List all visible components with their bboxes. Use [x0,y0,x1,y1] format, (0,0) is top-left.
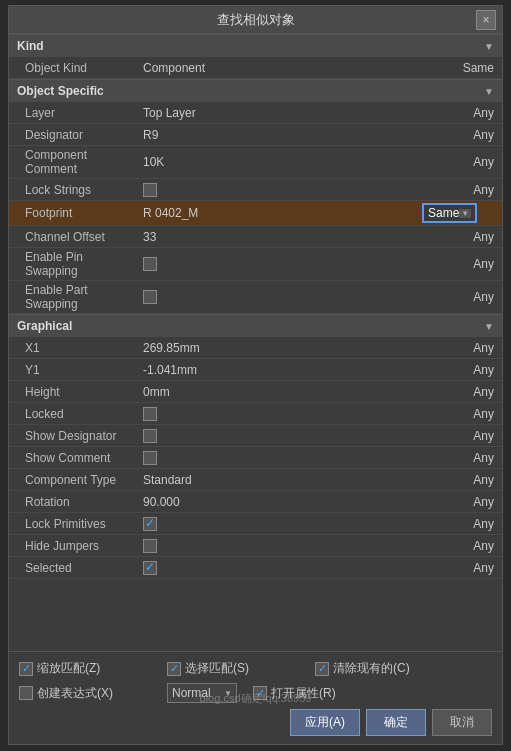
locked-value [139,406,422,421]
x1-label: X1 [9,341,139,355]
y1-match: Any [422,363,502,377]
zoom-match-check-icon [19,662,33,676]
footer-row-2: 创建表达式(X) Normal ▼ 打开属性(R) [19,683,492,703]
object-specific-label: Object Specific [17,84,104,98]
graphical-section-header: Graphical ▼ [9,314,502,337]
object-kind-label: Object Kind [9,61,139,75]
height-value: 0mm [139,385,422,399]
create-expression-label: 创建表达式(X) [37,685,113,702]
lock-strings-value [139,182,422,197]
enable-part-swapping-row: Enable Part Swapping Any [9,281,502,314]
show-comment-value [139,450,422,465]
footer-buttons: 应用(A) 确定 取消 [19,709,492,736]
show-comment-row: Show Comment Any [9,447,502,469]
x1-match: Any [422,341,502,355]
lock-strings-row: Lock Strings Any [9,179,502,201]
enable-pin-swapping-row: Enable Pin Swapping Any [9,248,502,281]
enable-part-swapping-checkbox[interactable] [143,290,157,304]
hide-jumpers-value [139,538,422,553]
show-designator-label: Show Designator [9,429,139,443]
component-type-label: Component Type [9,473,139,487]
channel-offset-value: 33 [139,230,422,244]
enable-pin-swapping-checkbox[interactable] [143,257,157,271]
lock-primitives-match: Any [422,517,502,531]
height-row: Height 0mm Any [9,381,502,403]
show-comment-match: Any [422,451,502,465]
close-button[interactable]: × [476,10,496,30]
footprint-row: Footprint R 0402_M Same ▼ [9,201,502,226]
y1-label: Y1 [9,363,139,377]
object-kind-match: Same [422,61,502,75]
designator-label: Designator [9,128,139,142]
zoom-match-checkbox[interactable]: 缩放匹配(Z) [19,660,159,677]
y1-value: -1.041mm [139,363,422,377]
select-match-checkbox[interactable]: 选择匹配(S) [167,660,307,677]
object-specific-header: Object Specific ▼ [9,79,502,102]
hide-jumpers-checkbox[interactable] [143,539,157,553]
component-type-row: Component Type Standard Any [9,469,502,491]
show-designator-row: Show Designator Any [9,425,502,447]
zoom-match-label: 缩放匹配(Z) [37,660,100,677]
component-comment-value: 10K [139,155,422,169]
normal-dropdown-arrow: ▼ [224,689,232,698]
footprint-match: Same ▼ [422,203,502,223]
lock-strings-checkbox[interactable] [143,183,157,197]
normal-dropdown[interactable]: Normal ▼ [167,683,237,703]
designator-row: Designator R9 Any [9,124,502,146]
show-comment-checkbox[interactable] [143,451,157,465]
locked-checkbox[interactable] [143,407,157,421]
show-designator-checkbox[interactable] [143,429,157,443]
designator-match: Any [422,128,502,142]
component-comment-row: Component Comment 10K Any [9,146,502,179]
create-expression-checkbox[interactable]: 创建表达式(X) [19,685,159,702]
channel-offset-label: Channel Offset [9,230,139,244]
lock-strings-match: Any [422,183,502,197]
footprint-dropdown-value: Same [428,206,459,220]
lock-primitives-checkbox[interactable] [143,517,157,531]
footprint-label: Footprint [9,206,139,220]
open-properties-label: 打开属性(R) [271,685,336,702]
object-kind-row: Object Kind Component Same [9,57,502,79]
lock-primitives-label: Lock Primitives [9,517,139,531]
selected-value [139,560,422,575]
layer-row: Layer Top Layer Any [9,102,502,124]
lock-strings-label: Lock Strings [9,183,139,197]
x1-value: 269.85mm [139,341,422,355]
rotation-value: 90.000 [139,495,422,509]
enable-part-swapping-match: Any [422,290,502,304]
footprint-dropdown-arrow: ▼ [459,209,471,218]
open-properties-check-icon [253,686,267,700]
locked-match: Any [422,407,502,421]
rotation-match: Any [422,495,502,509]
layer-match: Any [422,106,502,120]
locked-label: Locked [9,407,139,421]
clear-existing-label: 清除现有的(C) [333,660,410,677]
enable-pin-swapping-match: Any [422,257,502,271]
kind-label: Kind [17,39,44,53]
open-properties-checkbox[interactable]: 打开属性(R) [253,685,393,702]
clear-existing-checkbox[interactable]: 清除现有的(C) [315,660,455,677]
component-type-match: Any [422,473,502,487]
lock-primitives-row: Lock Primitives Any [9,513,502,535]
locked-row: Locked Any [9,403,502,425]
footprint-value: R 0402_M [139,206,422,220]
rotation-row: Rotation 90.000 Any [9,491,502,513]
normal-dropdown-value: Normal [172,686,211,700]
component-type-value: Standard [139,473,422,487]
component-comment-match: Any [422,155,502,169]
apply-button[interactable]: 应用(A) [290,709,360,736]
enable-part-swapping-value [139,290,422,305]
find-similar-dialog: 查找相似对象 × Kind ▼ Object Kind Component Sa… [8,5,503,745]
rotation-label: Rotation [9,495,139,509]
ok-button[interactable]: 确定 [366,709,426,736]
x1-row: X1 269.85mm Any [9,337,502,359]
cancel-button[interactable]: 取消 [432,709,492,736]
selected-checkbox[interactable] [143,561,157,575]
graphical-arrow: ▼ [484,321,494,332]
footprint-same-dropdown[interactable]: Same ▼ [422,203,477,223]
selected-match: Any [422,561,502,575]
layer-label: Layer [9,106,139,120]
hide-jumpers-label: Hide Jumpers [9,539,139,553]
show-comment-label: Show Comment [9,451,139,465]
layer-value: Top Layer [139,106,422,120]
